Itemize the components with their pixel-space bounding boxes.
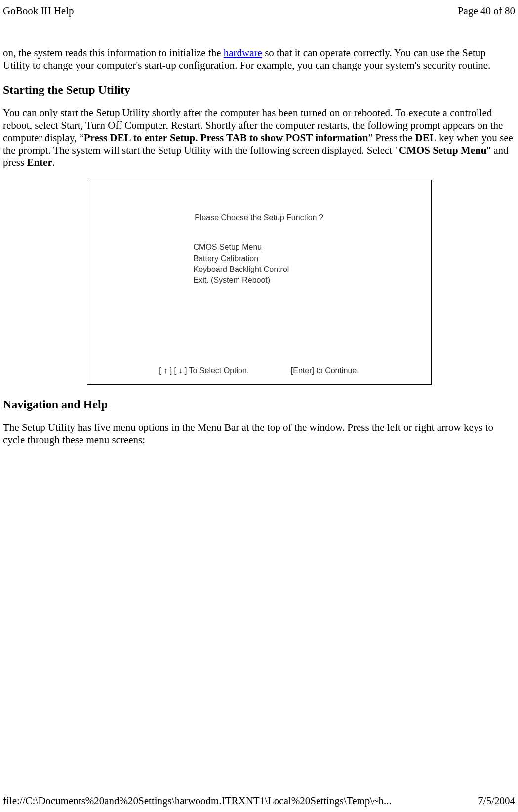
starting-setup-paragraph: You can only start the Setup Utility sho…: [3, 107, 515, 169]
s1-bold-del: DEL: [415, 132, 437, 144]
page-header: GoBook III Help Page 40 of 80: [0, 0, 518, 17]
hardware-link[interactable]: hardware: [224, 47, 262, 59]
intro-text-before: on, the system reads this information to…: [3, 47, 224, 59]
footer-date: 7/5/2004: [478, 795, 515, 807]
bios-menu-item: Exit. (System Reboot): [194, 275, 289, 286]
page-footer: file://C:\Documents%20and%20Settings\har…: [3, 795, 515, 807]
navigation-help-paragraph: The Setup Utility has five menu options …: [3, 422, 515, 446]
intro-paragraph: on, the system reads this information to…: [3, 47, 515, 72]
header-title: GoBook III Help: [3, 5, 74, 17]
footer-path: file://C:\Documents%20and%20Settings\har…: [3, 795, 392, 807]
bios-footer: [ ↑ ] [ ↓ ] To Select Option. [Enter] to…: [87, 366, 431, 375]
s1-bold-cmos: CMOS Setup Menu: [399, 144, 486, 156]
bios-title: Please Choose the Setup Function ?: [87, 213, 431, 222]
s1-text-b: ” Press the: [368, 132, 415, 144]
s1-bold-enter: Enter: [27, 156, 52, 168]
bios-menu-item: Keyboard Backlight Control: [194, 264, 289, 275]
bios-menu: CMOS Setup Menu Battery Calibration Keyb…: [194, 242, 289, 286]
navigation-help-heading: Navigation and Help: [3, 397, 515, 412]
bios-menu-item: Battery Calibration: [194, 253, 289, 264]
bios-screenshot: Please Choose the Setup Function ? CMOS …: [87, 180, 432, 385]
starting-setup-heading: Starting the Setup Utility: [3, 83, 515, 97]
s1-bold-prompt: Press DEL to enter Setup. Press TAB to s…: [84, 132, 368, 144]
header-pageinfo: Page 40 of 80: [458, 5, 515, 17]
bios-menu-item: CMOS Setup Menu: [194, 242, 289, 253]
s1-text-e: .: [52, 156, 55, 168]
bios-footer-select: [ ↑ ] [ ↓ ] To Select Option.: [159, 366, 249, 375]
page-content: on, the system reads this information to…: [0, 17, 518, 446]
bios-footer-continue: [Enter] to Continue.: [291, 366, 359, 375]
